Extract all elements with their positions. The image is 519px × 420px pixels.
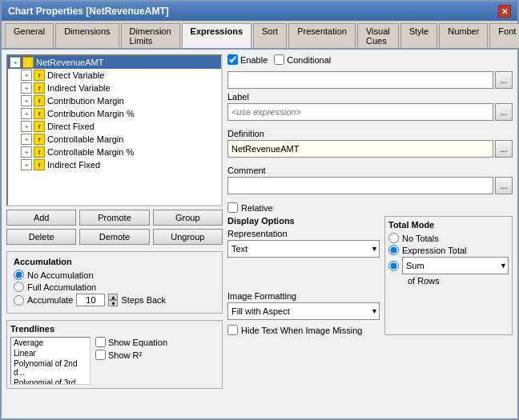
full-accumulation-radio[interactable] <box>14 282 24 292</box>
show-r2-checkbox[interactable] <box>95 350 106 360</box>
conditional-ellipsis-btn[interactable]: ... <box>495 71 513 89</box>
hide-text-checkbox[interactable] <box>227 325 238 335</box>
total-mode-section: Total Mode No Totals Expression Total <box>384 216 513 335</box>
tree-item-controllable-margin-pct[interactable]: + f Controllable Margin % <box>8 146 221 158</box>
expander-icon[interactable]: + <box>21 121 32 132</box>
tree-label: Direct Variable <box>47 70 104 80</box>
sum-radio[interactable] <box>388 261 399 271</box>
trendlines-list[interactable]: Average Linear Polynomial of 2nd d... Po… <box>10 337 91 385</box>
label-input[interactable] <box>227 103 493 121</box>
tab-dimension-limits[interactable]: Dimension Limits <box>121 23 180 48</box>
enable-label: Enable <box>240 55 268 65</box>
sum-select-wrap: Sum ▼ <box>402 257 509 274</box>
accumulate-label: Accumulate <box>27 295 73 305</box>
promote-button[interactable]: Promote <box>79 210 149 226</box>
expander-icon[interactable]: + <box>21 146 32 158</box>
expression-tree[interactable]: + f NetRevenueAMT + f Direct Variable + … <box>6 54 223 206</box>
hide-text-label: Hide Text When Image Missing <box>241 326 362 335</box>
steps-input[interactable] <box>76 294 105 306</box>
tree-item-indirect-variable[interactable]: + f Indirect Variable <box>8 82 221 94</box>
trend-item-linear[interactable]: Linear <box>11 348 90 358</box>
title-bar: Chart Properties [NetRevenueAMT] ✕ <box>2 2 517 21</box>
expander-icon[interactable]: + <box>21 82 32 94</box>
close-button[interactable]: ✕ <box>498 5 511 18</box>
definition-input[interactable] <box>227 140 493 158</box>
no-accumulation-radio[interactable] <box>14 270 24 280</box>
representation-select-wrap: Text Bar Image ▼ <box>227 240 380 258</box>
expander-icon[interactable]: + <box>21 159 32 170</box>
delete-button[interactable]: Delete <box>6 229 76 245</box>
tree-label: Controllable Margin % <box>47 147 134 157</box>
sum-select[interactable]: Sum <box>402 257 509 274</box>
enable-checkbox[interactable] <box>227 54 238 65</box>
show-equation-checkbox[interactable] <box>95 337 106 347</box>
tab-sort[interactable]: Sort <box>253 23 287 48</box>
tab-style[interactable]: Style <box>400 23 437 48</box>
add-button[interactable]: Add <box>6 210 76 226</box>
label-ellipsis-btn[interactable]: ... <box>495 103 513 121</box>
representation-select[interactable]: Text Bar Image <box>227 240 380 258</box>
tab-dimensions[interactable]: Dimensions <box>55 23 119 48</box>
main-content: + f NetRevenueAMT + f Direct Variable + … <box>2 50 517 418</box>
tree-item-controllable-margin[interactable]: + f Controllable Margin <box>8 133 221 146</box>
relative-checkbox[interactable] <box>227 202 238 213</box>
tree-item-netrevenueamt[interactable]: + f NetRevenueAMT <box>8 56 221 69</box>
trend-item-poly3[interactable]: Polynomial of 3rd d... <box>11 378 90 385</box>
accumulation-title: Accumulation <box>14 257 215 266</box>
comment-field-row: ... <box>227 177 513 194</box>
trend-item-average[interactable]: Average <box>11 338 90 348</box>
tab-number[interactable]: Number <box>439 23 488 48</box>
tab-presentation[interactable]: Presentation <box>288 23 356 48</box>
conditional-input[interactable] <box>227 71 493 89</box>
expression-total-radio[interactable] <box>388 245 399 255</box>
definition-ellipsis-btn[interactable]: ... <box>495 140 513 158</box>
tab-visual-cues[interactable]: Visual Cues <box>357 23 399 48</box>
steps-down-btn[interactable]: ▼ <box>108 300 118 306</box>
no-accumulation-label: No Accumulation <box>27 270 94 280</box>
expander-icon[interactable]: + <box>21 95 32 106</box>
ungroup-button[interactable]: Ungroup <box>153 229 223 245</box>
tab-font[interactable]: Font <box>489 23 519 48</box>
conditional-field-row: ... <box>227 71 513 89</box>
no-totals-label: No Totals <box>402 234 439 243</box>
conditional-checkbox[interactable] <box>274 54 284 65</box>
trendlines-options: Show Equation Show R² <box>95 337 167 385</box>
label-field-label: Label <box>227 92 513 102</box>
steps-up-btn[interactable]: ▲ <box>108 294 118 300</box>
accumulate-radio[interactable] <box>14 295 24 306</box>
tree-label: Controllable Margin <box>47 134 123 144</box>
trend-item-poly2[interactable]: Polynomial of 2nd d... <box>11 358 90 378</box>
sum-row: Sum ▼ <box>388 257 509 274</box>
image-formatting-select[interactable]: Fill with Aspect Fill Fit <box>227 302 380 320</box>
tree-item-direct-variable[interactable]: + f Direct Variable <box>8 69 221 82</box>
expander-icon[interactable]: + <box>10 57 21 68</box>
of-rows-label: of Rows <box>408 276 440 286</box>
no-totals-row: No Totals <box>388 233 509 243</box>
tab-expressions[interactable]: Expressions <box>182 23 251 48</box>
expander-icon[interactable]: + <box>21 134 32 145</box>
expander-icon[interactable]: + <box>21 70 32 81</box>
tree-label: Contribution Margin <box>47 96 124 106</box>
label-field-row: ... <box>227 103 513 121</box>
tree-item-indirect-fixed[interactable]: + f Indirect Fixed <box>8 158 221 171</box>
no-accumulation-row: No Accumulation <box>14 270 215 280</box>
comment-input[interactable] <box>227 177 493 194</box>
tree-item-direct-fixed[interactable]: + f Direct Fixed <box>8 120 221 133</box>
group-button[interactable]: Group <box>153 210 223 226</box>
enable-row: Enable Conditional <box>227 54 513 65</box>
tree-item-contribution-margin-pct[interactable]: + f Contribution Margin % <box>8 107 221 120</box>
tree-item-contribution-margin[interactable]: + f Contribution Margin <box>8 94 221 107</box>
expression-icon: f <box>34 134 45 145</box>
comment-ellipsis-btn[interactable]: ... <box>495 177 513 194</box>
demote-button[interactable]: Demote <box>79 229 149 245</box>
definition-field-row: ... <box>227 140 513 158</box>
btn-row-2: Delete Demote Ungroup <box>6 229 223 245</box>
no-totals-radio[interactable] <box>388 233 399 243</box>
expression-total-label: Expression Total <box>402 246 467 255</box>
tab-general[interactable]: General <box>5 23 54 48</box>
trendlines-section: Trendlines Average Linear Polynomial of … <box>6 320 223 389</box>
accumulation-section: Accumulation No Accumulation Full Accumu… <box>6 251 223 314</box>
tab-bar: General Dimensions Dimension Limits Expr… <box>2 21 517 50</box>
definition-field-label: Definition <box>227 129 513 138</box>
expander-icon[interactable]: + <box>21 108 32 119</box>
